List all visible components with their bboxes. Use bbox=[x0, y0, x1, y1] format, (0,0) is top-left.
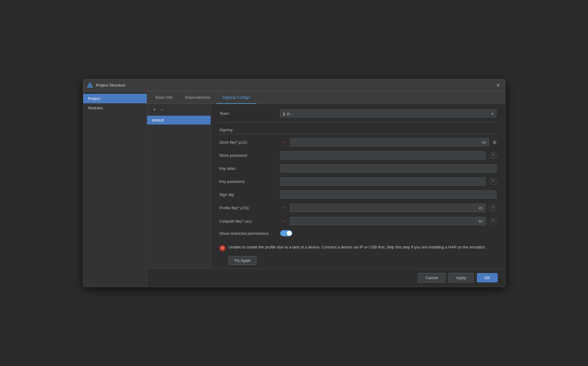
app-logo-icon bbox=[87, 82, 93, 88]
key-password-label: Key password: bbox=[219, 179, 280, 184]
store-password-help-button[interactable]: ? bbox=[490, 152, 497, 159]
ok-button[interactable]: OK bbox=[477, 273, 498, 282]
sign-alg-field-row: Sign alg: SHA256withECDSA bbox=[219, 190, 497, 199]
main-panel: Basic Info Dependencies Signing Configs … bbox=[147, 91, 505, 287]
store-file-field-row: Store file(*.p12): → 🗁 ⊛ bbox=[219, 138, 497, 146]
profile-file-browse-button[interactable]: 🗁 bbox=[476, 204, 486, 212]
apply-button[interactable]: Apply bbox=[449, 273, 474, 282]
certpath-file-browse-button[interactable]: 🗁 bbox=[476, 217, 486, 225]
sign-alg-input[interactable]: SHA256withECDSA bbox=[280, 190, 497, 199]
window-title: Project Structure bbox=[96, 83, 495, 87]
window-body: Project Modules Basic Info Dependencies … bbox=[83, 91, 505, 287]
error-message-text: Unable to create the profile due to a la… bbox=[229, 245, 486, 265]
config-list: + − default bbox=[147, 104, 211, 269]
store-password-field-row: Store password: ? bbox=[219, 151, 497, 159]
tab-basic-info[interactable]: Basic Info bbox=[150, 91, 179, 104]
tab-bar: Basic Info Dependencies Signing Configs bbox=[147, 91, 505, 104]
error-message-box: ✕ Unable to create the profile due to a … bbox=[219, 241, 497, 269]
signing-section-title: Signing bbox=[219, 128, 497, 134]
content-area: + − default Team: g. p... bbox=[147, 104, 505, 269]
store-file-browse-button[interactable]: 🗁 bbox=[480, 138, 489, 146]
store-file-arrow-icon: → bbox=[280, 139, 286, 145]
error-icon: ✕ bbox=[219, 245, 225, 251]
sidebar-item-project[interactable]: Project bbox=[83, 94, 147, 103]
sidebar-item-modules[interactable]: Modules bbox=[83, 103, 147, 113]
footer: Cancel Apply OK bbox=[147, 269, 505, 287]
titlebar: Project Structure ✕ bbox=[83, 79, 505, 91]
toggle-knob bbox=[287, 231, 292, 236]
close-button[interactable]: ✕ bbox=[495, 82, 501, 88]
profile-file-field-row: Profile file(*.p7b): → 🗁 ? bbox=[219, 204, 497, 212]
remove-config-button[interactable]: − bbox=[160, 106, 165, 113]
add-config-button[interactable]: + bbox=[152, 106, 157, 113]
key-alias-input[interactable] bbox=[280, 164, 497, 173]
team-label: Team: bbox=[219, 111, 280, 116]
certpath-file-label: Certpath file(*.cer): bbox=[219, 219, 280, 224]
profile-file-input[interactable] bbox=[290, 204, 476, 212]
fingerprint-icon[interactable]: ⊛ bbox=[493, 139, 497, 145]
key-password-input[interactable] bbox=[280, 177, 486, 186]
key-password-help-button[interactable]: ? bbox=[490, 178, 497, 185]
signing-form: Team: g. p... Signing Store file(*.p12): bbox=[211, 104, 505, 269]
store-file-input[interactable] bbox=[290, 138, 480, 146]
certpath-file-input-group: 🗁 bbox=[290, 217, 486, 225]
certpath-file-help-button[interactable]: ? bbox=[490, 218, 497, 224]
profile-file-help-button[interactable]: ? bbox=[490, 204, 497, 211]
cancel-button[interactable]: Cancel bbox=[418, 273, 445, 282]
team-field-row: Team: g. p... bbox=[219, 109, 497, 118]
profile-file-arrow-icon: → bbox=[280, 205, 286, 211]
restricted-permissions-row: Show restricted permissions bbox=[219, 230, 497, 236]
sign-alg-label: Sign alg: bbox=[219, 192, 280, 197]
restricted-permissions-toggle[interactable] bbox=[280, 230, 292, 236]
key-password-field-row: Key password: ? bbox=[219, 177, 497, 186]
tab-dependencies[interactable]: Dependencies bbox=[179, 91, 216, 104]
list-toolbar: + − bbox=[147, 104, 211, 116]
store-file-label: Store file(*.p12): bbox=[219, 140, 280, 145]
list-item[interactable]: default bbox=[147, 116, 211, 125]
try-again-button[interactable]: Try Again bbox=[229, 256, 256, 265]
certpath-file-input[interactable] bbox=[290, 217, 476, 225]
restricted-permissions-toggle-wrap bbox=[280, 230, 292, 236]
sidebar: Project Modules bbox=[83, 91, 147, 287]
signing-divider bbox=[219, 122, 497, 123]
project-structure-window: Project Structure ✕ Project Modules Basi… bbox=[83, 79, 505, 287]
profile-file-label: Profile file(*.p7b): bbox=[219, 206, 280, 210]
team-select[interactable]: g. p... bbox=[280, 109, 497, 118]
tab-signing-configs[interactable]: Signing Configs bbox=[216, 91, 256, 104]
restricted-permissions-label: Show restricted permissions bbox=[219, 231, 280, 236]
store-password-label: Store password: bbox=[219, 153, 280, 158]
store-file-input-group: 🗁 bbox=[290, 138, 489, 146]
profile-file-input-group: 🗁 bbox=[290, 204, 486, 212]
key-alias-label: Key alias: bbox=[219, 166, 280, 171]
certpath-file-arrow-icon: → bbox=[280, 218, 286, 224]
team-select-wrap: g. p... bbox=[280, 109, 497, 118]
store-password-input[interactable] bbox=[280, 151, 486, 159]
key-alias-field-row: Key alias: bbox=[219, 164, 497, 173]
certpath-file-field-row: Certpath file(*.cer): → 🗁 ? bbox=[219, 217, 497, 225]
